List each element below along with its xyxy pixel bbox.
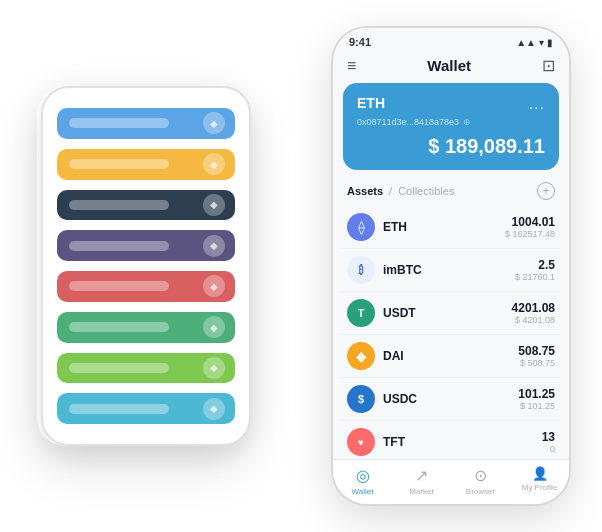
card-icon-5: ◆ <box>203 275 225 297</box>
card-text-7 <box>69 363 169 373</box>
card-icon-3: ◆ <box>203 194 225 216</box>
card-green: ◆ <box>57 312 235 343</box>
browser-nav-label: Browser <box>466 487 495 496</box>
card-red: ◆ <box>57 271 235 302</box>
card-purple: ◆ <box>57 230 235 261</box>
card-text-3 <box>69 200 169 210</box>
tft-usd: 0 <box>542 444 555 454</box>
eth-icon: ⟠ <box>347 213 375 241</box>
dai-usd: $ 508.75 <box>518 358 555 368</box>
usdt-usd: $ 4201.08 <box>512 315 555 325</box>
usdc-amount: 101.25 <box>518 387 555 401</box>
eth-name: ETH <box>383 220 505 234</box>
asset-item-imbtc[interactable]: ₿ imBTC 2.5 $ 21760.1 <box>341 249 561 292</box>
card-icon-6: ◆ <box>203 316 225 338</box>
asset-item-usdc[interactable]: $ USDC 101.25 $ 101.25 <box>341 378 561 421</box>
wallet-nav-icon: ◎ <box>356 466 370 485</box>
dai-amounts: 508.75 $ 508.75 <box>518 344 555 368</box>
scan-icon[interactable]: ⊡ <box>542 56 555 75</box>
nav-profile[interactable]: 👤 My Profile <box>510 466 569 496</box>
bottom-nav: ◎ Wallet ↗ Market ⊙ Browser 👤 My Profile <box>333 459 569 504</box>
card-text-4 <box>69 241 169 251</box>
asset-item-eth[interactable]: ⟠ ETH 1004.01 $ 162517.48 <box>341 206 561 249</box>
profile-nav-icon: 👤 <box>532 466 548 481</box>
card-light-green: ◆ <box>57 353 235 384</box>
tab-separator: / <box>389 185 392 197</box>
eth-usd: $ 162517.48 <box>505 229 555 239</box>
page-title: Wallet <box>427 57 471 74</box>
eth-balance: $ 189,089.11 <box>357 135 545 158</box>
asset-item-dai[interactable]: ◈ DAI 508.75 $ 508.75 <box>341 335 561 378</box>
tft-icon: ♥ <box>347 428 375 456</box>
tab-assets[interactable]: Assets <box>347 185 383 197</box>
wifi-icon: ▾ <box>539 37 544 48</box>
market-nav-label: Market <box>409 487 433 496</box>
usdt-name: USDT <box>383 306 512 320</box>
status-icons: ▲▲ ▾ ▮ <box>516 37 553 48</box>
battery-icon: ▮ <box>547 37 553 48</box>
card-text-2 <box>69 159 169 169</box>
card-sky: ◆ <box>57 393 235 424</box>
front-phone: 9:41 ▲▲ ▾ ▮ ≡ Wallet ⊡ ETH ... 0x08711d3… <box>331 26 571 506</box>
usdc-icon: $ <box>347 385 375 413</box>
dai-amount: 508.75 <box>518 344 555 358</box>
card-dark: ◆ <box>57 190 235 221</box>
usdt-amounts: 4201.08 $ 4201.08 <box>512 301 555 325</box>
dai-icon: ◈ <box>347 342 375 370</box>
card-blue: ◆ <box>57 108 235 139</box>
tft-amount: 13 <box>542 430 555 444</box>
imbtc-usd: $ 21760.1 <box>515 272 555 282</box>
usdc-usd: $ 101.25 <box>518 401 555 411</box>
nav-browser[interactable]: ⊙ Browser <box>451 466 510 496</box>
tft-amounts: 13 0 <box>542 430 555 454</box>
usdc-amounts: 101.25 $ 101.25 <box>518 387 555 411</box>
tab-collectibles[interactable]: Collectibles <box>398 185 454 197</box>
assets-header: Assets / Collectibles + <box>333 178 569 206</box>
eth-amount: 1004.01 <box>505 215 555 229</box>
imbtc-amount: 2.5 <box>515 258 555 272</box>
imbtc-icon: ₿ <box>347 256 375 284</box>
card-icon-7: ◆ <box>203 357 225 379</box>
back-phone: ◆ ◆ ◆ ◆ ◆ ◆ ◆ ◆ <box>41 86 251 446</box>
card-icon-2: ◆ <box>203 153 225 175</box>
card-text-8 <box>69 404 169 414</box>
asset-item-usdt[interactable]: T USDT 4201.08 $ 4201.08 <box>341 292 561 335</box>
browser-nav-icon: ⊙ <box>474 466 487 485</box>
nav-wallet[interactable]: ◎ Wallet <box>333 466 392 496</box>
card-icon-4: ◆ <box>203 235 225 257</box>
card-icon-8: ◆ <box>203 398 225 420</box>
menu-icon[interactable]: ≡ <box>347 57 356 75</box>
signal-icon: ▲▲ <box>516 37 536 48</box>
scene: ◆ ◆ ◆ ◆ ◆ ◆ ◆ ◆ <box>11 11 591 521</box>
eth-address-text: 0x08711d3e...8418a78e3 <box>357 117 459 127</box>
card-yellow: ◆ <box>57 149 235 180</box>
eth-card[interactable]: ETH ... 0x08711d3e...8418a78e3 ⊕ $ 189,0… <box>343 83 559 170</box>
card-icon-1: ◆ <box>203 112 225 134</box>
assets-tabs: Assets / Collectibles <box>347 185 454 197</box>
imbtc-name: imBTC <box>383 263 515 277</box>
wallet-nav-label: Wallet <box>352 487 374 496</box>
status-time: 9:41 <box>349 36 371 48</box>
card-text-6 <box>69 322 169 332</box>
eth-label: ETH <box>357 95 385 111</box>
eth-amounts: 1004.01 $ 162517.48 <box>505 215 555 239</box>
imbtc-amounts: 2.5 $ 21760.1 <box>515 258 555 282</box>
status-bar: 9:41 ▲▲ ▾ ▮ <box>333 28 569 52</box>
usdt-amount: 4201.08 <box>512 301 555 315</box>
usdc-name: USDC <box>383 392 518 406</box>
asset-list: ⟠ ETH 1004.01 $ 162517.48 ₿ imBTC 2.5 $ … <box>333 206 569 459</box>
eth-more-icon[interactable]: ... <box>529 95 545 113</box>
profile-nav-label: My Profile <box>522 483 558 492</box>
add-asset-button[interactable]: + <box>537 182 555 200</box>
dai-name: DAI <box>383 349 518 363</box>
asset-item-tft[interactable]: ♥ TFT 13 0 <box>341 421 561 459</box>
usdt-icon: T <box>347 299 375 327</box>
card-text-1 <box>69 118 169 128</box>
nav-market[interactable]: ↗ Market <box>392 466 451 496</box>
phone-header: ≡ Wallet ⊡ <box>333 52 569 83</box>
market-nav-icon: ↗ <box>415 466 428 485</box>
tft-name: TFT <box>383 435 542 449</box>
eth-card-top: ETH ... <box>357 95 545 113</box>
eth-address: 0x08711d3e...8418a78e3 ⊕ <box>357 117 545 127</box>
copy-icon[interactable]: ⊕ <box>463 117 471 127</box>
